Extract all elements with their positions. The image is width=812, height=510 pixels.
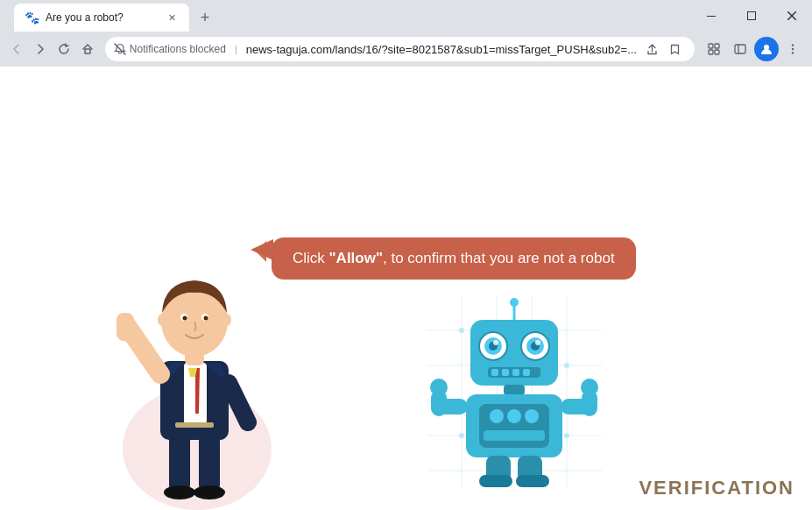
svg-rect-27 [117,313,134,341]
svg-rect-9 [715,50,719,54]
bell-blocked-icon [114,43,126,55]
toolbar-right [702,37,805,61]
forward-button[interactable] [31,37,51,61]
svg-rect-66 [491,369,498,376]
speech-bubble-bold: "Allow" [329,250,383,266]
svg-rect-0 [707,16,716,17]
url-text: news-taguja.com/lands/16/?site=8021587&s… [246,43,637,56]
close-button[interactable] [772,0,812,32]
svg-rect-8 [709,50,713,54]
svg-point-14 [792,48,794,50]
svg-rect-7 [715,44,719,48]
svg-point-52 [459,433,464,438]
home-button[interactable] [78,37,98,61]
speech-bubble-text-after: , to confirm that you are not a robot [383,250,615,266]
svg-rect-68 [512,369,519,376]
svg-rect-4 [85,49,90,53]
svg-point-73 [490,409,504,423]
svg-point-13 [792,44,794,46]
svg-point-34 [204,316,208,321]
speech-bubble: Click "Allow", to confirm that you are n… [272,237,636,280]
tab-close-button[interactable]: ✕ [165,11,179,25]
chrome-window: 🐾 Are you a robot? ✕ + [0,0,812,510]
tabs-bar: 🐾 Are you a robot? ✕ + [7,0,224,32]
back-button[interactable] [7,37,27,61]
notifications-blocked-text: Notifications blocked [130,43,226,55]
maximize-button[interactable] [731,0,772,32]
address-actions [642,39,686,60]
profile-button[interactable] [754,37,779,61]
svg-point-74 [507,409,521,423]
title-bar: 🐾 Are you a robot? ✕ + [0,0,812,32]
svg-rect-76 [484,430,545,441]
page-content: Click "Allow", to confirm that you are n… [0,67,812,510]
extensions-button[interactable] [702,37,726,61]
svg-point-51 [564,363,569,368]
svg-rect-10 [735,45,745,53]
svg-point-79 [430,379,448,396]
tab-title: Are you a robot? [46,11,158,24]
svg-rect-38 [175,422,214,428]
svg-point-35 [158,314,166,326]
svg-point-20 [194,485,225,499]
svg-point-75 [525,409,539,423]
svg-point-48 [459,328,464,333]
speech-bubble-text-before: Click [293,250,329,266]
svg-point-36 [222,314,231,326]
new-tab-button[interactable]: + [193,5,217,30]
share-button[interactable] [642,39,663,60]
notifications-blocked-indicator[interactable]: Notifications blocked [114,43,226,55]
svg-point-64 [535,340,540,345]
active-tab[interactable]: 🐾 Are you a robot? ✕ [14,4,189,32]
svg-rect-18 [199,431,220,492]
address-input[interactable]: Notifications blocked | news-taguja.com/… [105,37,695,61]
svg-rect-69 [523,369,530,376]
tab-favicon: 🐾 [25,11,39,25]
svg-rect-86 [516,475,549,487]
svg-rect-70 [504,385,525,395]
robot-illustration [427,295,602,488]
svg-rect-85 [479,475,512,487]
verification-label: VERIFICATION [639,477,794,499]
window-controls [691,0,812,32]
svg-point-53 [564,433,569,438]
person-illustration [101,238,293,510]
svg-point-15 [792,52,794,53]
svg-point-33 [183,316,187,321]
sidebar-button[interactable] [728,37,752,61]
refresh-button[interactable] [54,37,74,61]
menu-button[interactable] [780,37,805,61]
svg-rect-1 [748,12,756,20]
svg-point-19 [164,485,195,499]
svg-point-63 [493,340,498,345]
svg-rect-17 [169,431,190,492]
minimize-button[interactable] [691,0,731,32]
svg-point-82 [581,379,598,396]
svg-rect-6 [709,44,713,48]
svg-rect-67 [502,369,509,376]
bookmark-button[interactable] [665,39,686,60]
address-bar: Notifications blocked | news-taguja.com/… [0,32,812,67]
svg-point-55 [510,298,519,307]
